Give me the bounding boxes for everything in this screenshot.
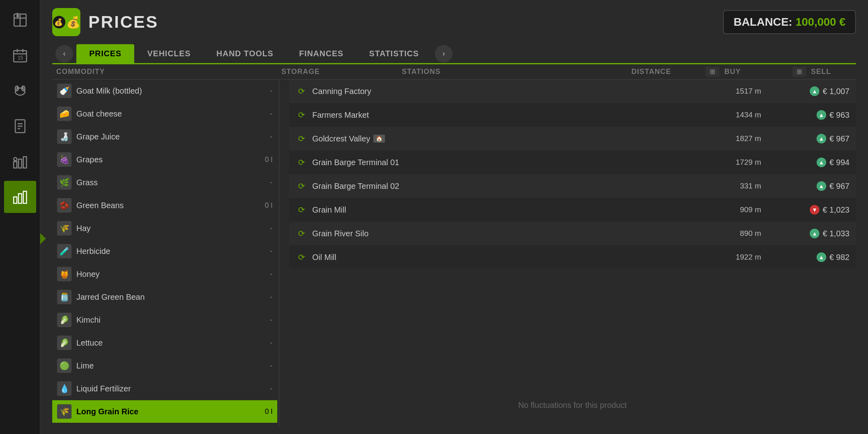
commodity-item[interactable]: 🌾 Hay -	[52, 217, 277, 240]
tab-statistics[interactable]: STATISTICS	[356, 44, 432, 63]
commodity-list[interactable]: 🍼 Goat Milk (bottled) - 🧀 Goat cheese - …	[52, 80, 277, 426]
station-item[interactable]: ⟳ Goldcrest Valley🏠 1827 m ▲ € 967	[289, 127, 856, 151]
commodity-storage: -	[252, 247, 272, 256]
commodity-icon: 🟢	[57, 358, 72, 373]
header-left: 💰 💰 PRICES	[52, 8, 158, 36]
svg-rect-14	[14, 197, 17, 203]
right-panel: ⟳ Canning Factory 1517 m ▲ € 1,007 ⟳ Far…	[281, 80, 856, 426]
commodity-name: Hay	[76, 224, 252, 233]
commodity-item[interactable]: 🧪 Herbicide -	[52, 240, 277, 263]
commodity-item[interactable]: 🍯 Honey -	[52, 263, 277, 286]
commodity-icon: 🥬	[57, 313, 72, 327]
sidebar-item-production[interactable]	[4, 145, 36, 178]
sidebar-item-statistics[interactable]	[4, 181, 36, 213]
commodity-icon: 🧀	[57, 106, 72, 121]
sidebar: 15	[0, 0, 40, 434]
station-sell-price: ▲ € 1,007	[769, 86, 850, 96]
station-nav-icon: ⟳	[295, 204, 307, 216]
tab-finances[interactable]: FINANCES	[286, 44, 356, 63]
svg-text:15: 15	[18, 55, 23, 61]
commodity-item[interactable]: 💧 Liquid Fertilizer -	[52, 377, 277, 400]
prices-icon: 💰 💰	[52, 8, 80, 36]
commodity-storage: -	[252, 270, 272, 278]
full-table: 🍼 Goat Milk (bottled) - 🧀 Goat cheese - …	[52, 80, 856, 426]
commodity-item[interactable]: 🟤 Manure -	[52, 423, 277, 426]
station-sell-price: ▲ € 967	[769, 134, 850, 143]
no-fluctuations-text: No fluctuations for this product	[289, 385, 856, 426]
col-header-distance: DISTANCE	[591, 68, 679, 76]
commodity-item[interactable]: 🫙 Jarred Green Bean -	[52, 286, 277, 309]
commodity-icon: 🍶	[57, 129, 72, 144]
tab-prices[interactable]: PRICES	[76, 44, 134, 63]
page-title: PRICES	[88, 12, 158, 32]
station-name: Grain Barge Terminal 02	[312, 182, 705, 191]
station-item[interactable]: ⟳ Grain Barge Terminal 02 331 m ▲ € 967	[289, 174, 856, 198]
station-item[interactable]: ⟳ Grain River Silo 890 m ▲ € 1,033	[289, 222, 856, 246]
tab-vehicles[interactable]: VEHICLES	[134, 44, 203, 63]
sidebar-item-map[interactable]	[4, 4, 36, 36]
balance-label: BALANCE:	[733, 16, 792, 28]
price-trend-icon: ▲	[810, 86, 819, 96]
commodity-icon: 🌾	[57, 404, 72, 419]
tab-hand-tools[interactable]: HAND TOOLS	[204, 44, 287, 63]
commodity-name: Lettuce	[76, 338, 252, 348]
station-name: Grain Barge Terminal 01	[312, 158, 705, 167]
station-name: Grain Mill	[312, 205, 705, 215]
station-sell-price: ▲ € 963	[769, 110, 850, 120]
station-distance: 890 m	[705, 229, 769, 238]
station-sell-price: ▲ € 967	[769, 181, 850, 191]
commodity-item[interactable]: 🌿 Grass -	[52, 171, 277, 194]
commodity-item[interactable]: 🟢 Lime -	[52, 354, 277, 377]
commodity-name: Grape Juice	[76, 132, 252, 141]
commodity-item[interactable]: 🍶 Grape Juice -	[52, 125, 277, 148]
price-trend-icon: ▲	[817, 252, 826, 262]
commodity-icon: 💧	[57, 381, 72, 396]
commodity-item[interactable]: 🥬 Kimchi -	[52, 309, 277, 332]
nav-prev-button[interactable]: ‹	[55, 45, 73, 63]
station-name: Canning Factory	[312, 87, 705, 96]
commodity-item[interactable]: 🫘 Green Beans 0 l	[52, 194, 277, 217]
station-nav-icon: ⟳	[295, 109, 307, 121]
commodity-storage: -	[252, 339, 272, 347]
station-nav-icon: ⟳	[295, 251, 307, 263]
sidebar-item-calendar[interactable]: 15	[4, 39, 36, 72]
commodity-icon: 🫙	[57, 290, 72, 304]
station-distance: 909 m	[705, 205, 769, 214]
station-name: Grain River Silo	[312, 229, 705, 238]
station-item[interactable]: ⟳ Oil Mill 1922 m ▲ € 982	[289, 246, 856, 269]
col-header-commodity: COMMODITY	[52, 68, 277, 76]
commodity-storage: -	[252, 385, 272, 393]
commodity-item[interactable]: 🧀 Goat cheese -	[52, 102, 277, 125]
svg-rect-16	[23, 191, 27, 203]
col-header-storage: STORAGE	[277, 68, 398, 76]
station-nav-icon: ⟳	[295, 227, 307, 240]
commodity-icon: 🍼	[57, 84, 72, 98]
commodity-item[interactable]: 🍼 Goat Milk (bottled) -	[52, 80, 277, 102]
svg-rect-10	[14, 162, 17, 168]
nav-next-button[interactable]: ›	[435, 45, 452, 63]
sidebar-item-animals[interactable]	[4, 75, 36, 107]
balance-amount: 100,000 €	[795, 16, 845, 28]
commodity-name: Goat Milk (bottled)	[76, 86, 252, 96]
station-item[interactable]: ⟳ Farmers Market 1434 m ▲ € 963	[289, 103, 856, 127]
commodity-name: Herbicide	[76, 247, 252, 256]
svg-rect-12	[23, 157, 27, 168]
commodity-item[interactable]: 🌾 Long Grain Rice 0 l	[52, 400, 277, 423]
commodity-name: Jarred Green Bean	[76, 293, 252, 302]
commodity-name: Lime	[76, 361, 252, 371]
station-distance: 1827 m	[705, 134, 769, 143]
station-item[interactable]: ⟳ Canning Factory 1517 m ▲ € 1,007	[289, 80, 856, 103]
commodity-item[interactable]: 🥬 Lettuce -	[52, 332, 277, 354]
price-trend-icon: ▲	[817, 110, 826, 120]
sidebar-item-contracts[interactable]	[4, 110, 36, 142]
commodity-item[interactable]: 🍇 Grapes 0 l	[52, 148, 277, 171]
station-sell-price: ▼ € 1,023	[769, 205, 850, 215]
station-sell-price: ▲ € 994	[769, 158, 850, 167]
station-name: Oil Mill	[312, 253, 705, 262]
station-item[interactable]: ⟳ Grain Mill 909 m ▼ € 1,023	[289, 198, 856, 222]
commodity-name: Honey	[76, 270, 252, 279]
svg-point-7	[17, 87, 18, 88]
price-trend-icon: ▲	[817, 181, 826, 191]
station-item[interactable]: ⟳ Grain Barge Terminal 01 1729 m ▲ € 994	[289, 151, 856, 174]
commodity-name: Liquid Fertilizer	[76, 384, 252, 393]
